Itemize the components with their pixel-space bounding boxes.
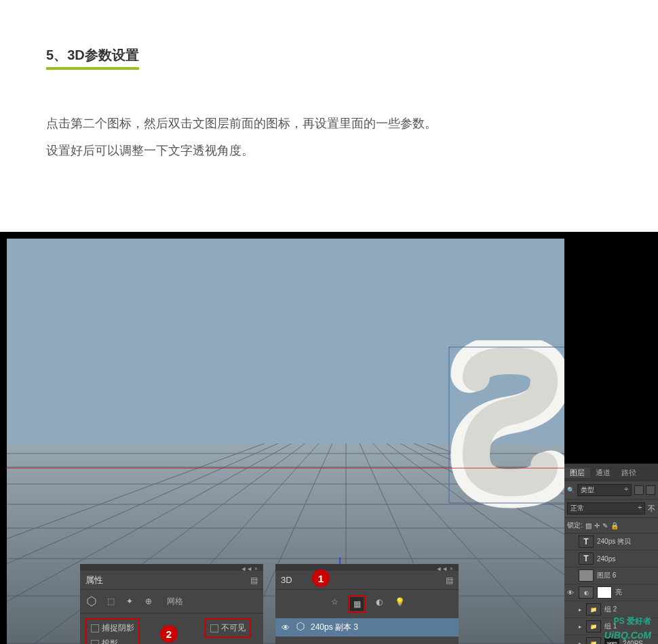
lock-brush-icon[interactable]: ✎	[602, 522, 608, 529]
light-filter-icon[interactable]: 💡	[393, 595, 406, 609]
channels-tab[interactable]: 通道	[590, 468, 616, 478]
blend-mode-select[interactable]: 正常÷	[567, 502, 645, 515]
layer-row[interactable]: 图层 6	[564, 567, 658, 584]
mesh-tab-icon[interactable]	[85, 595, 98, 607]
panel-menu-icon[interactable]: ▤	[446, 576, 453, 585]
panel-grip[interactable]: ◄◄ ×	[275, 564, 459, 571]
visibility-icon[interactable]: 👁	[281, 623, 290, 632]
layer-list: T240ps 拷贝 T240ps 图层 6 👁◐亮 ▸📁组 2 ▸📁组 1 ▸📁…	[564, 534, 658, 644]
panel-title: 属性	[85, 574, 103, 586]
body-text: 点击第二个图标，然后双击文图层前面的图标，再设置里面的一些参数。 设置好后可以调…	[46, 110, 612, 164]
panel-title: 3D	[281, 575, 292, 585]
mesh-icon	[296, 622, 305, 633]
panel-grip[interactable]: ◄◄ ×	[80, 564, 263, 571]
watermark-uibq: UiBQ.CoM	[604, 630, 651, 641]
paths-tab[interactable]: 路径	[616, 468, 642, 478]
invisible-checkbox[interactable]	[210, 624, 218, 632]
filter-type-select[interactable]: 类型÷	[577, 484, 632, 496]
panel-menu-icon[interactable]: ▤	[250, 576, 258, 585]
lock-all-icon[interactable]: 🔒	[611, 522, 619, 529]
properties-panel: ◄◄ × 属性 ▤ ⬚ ✦ ⊕ 网格 捕捉阴影 投影 不可见 2 形状预设: 2…	[80, 564, 263, 644]
horizon-guide	[7, 468, 564, 468]
filter-pixel-icon[interactable]	[634, 485, 644, 495]
deform-tab-icon[interactable]: ⬚	[104, 595, 117, 607]
lock-position-icon[interactable]: ✛	[594, 522, 600, 529]
layer-row[interactable]: T240ps	[564, 550, 658, 567]
watermark-ps: PS 爱好者	[614, 616, 651, 627]
material-filter-icon[interactable]: ◐	[372, 595, 386, 609]
lock-pixels-icon[interactable]: ▨	[585, 522, 592, 529]
3d-panel: ◄◄ × 3D 1 ▤ ☆ ▦ ◐ 💡 👁 240ps 副本 3 双击这个图标 …	[275, 564, 459, 644]
cast-shadow-checkbox[interactable]	[91, 640, 99, 644]
mesh-filter-icon[interactable]: ▦	[350, 597, 364, 611]
photoshop-workspace: ◄◄ × 属性 ▤ ⬚ ✦ ⊕ 网格 捕捉阴影 投影 不可见 2 形状预设: 2…	[0, 232, 658, 644]
callout-badge-1: 1	[312, 569, 330, 587]
mesh-label: 网格	[167, 596, 183, 607]
3d-layer-name: 240ps 副本 3	[311, 622, 358, 633]
filter-adjust-icon[interactable]	[646, 485, 655, 495]
shadow-checkboxes: 捕捉阴影 投影	[85, 618, 140, 644]
layer-row[interactable]: 👁◐亮	[564, 584, 658, 601]
capture-shadow-checkbox[interactable]	[91, 624, 99, 632]
section-title: 5、3D参数设置	[46, 46, 139, 70]
layer-row[interactable]: T240ps 拷贝	[564, 534, 658, 550]
layers-tab[interactable]: 图层	[564, 468, 590, 478]
callout-badge-2: 2	[160, 625, 178, 643]
3d-layer-item[interactable]: 👁 240ps 副本 3	[275, 618, 459, 637]
3d-letter-s[interactable]	[442, 340, 564, 510]
cap-tab-icon[interactable]: ✦	[123, 595, 136, 607]
coord-tab-icon[interactable]: ⊕	[142, 595, 155, 607]
scene-filter-icon[interactable]: ☆	[328, 595, 341, 609]
invisible-checkbox-box: 不可见	[205, 618, 251, 638]
